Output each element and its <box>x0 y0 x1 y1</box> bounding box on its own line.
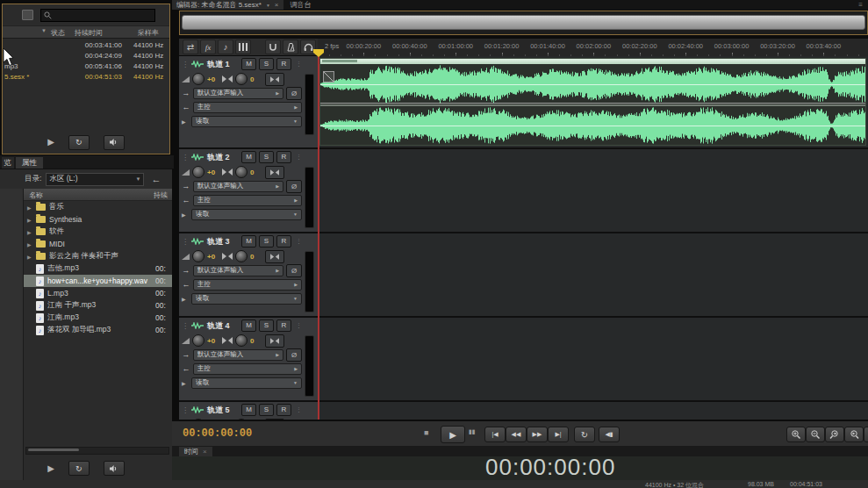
volume-knob[interactable] <box>192 166 204 178</box>
fade-in-handle[interactable] <box>323 71 334 83</box>
pan-value[interactable]: 0 <box>250 169 262 176</box>
stereo-mode-button[interactable] <box>265 166 284 179</box>
panel-menu-icon[interactable]: ≡ <box>858 1 863 9</box>
zoom-in-button[interactable] <box>786 427 806 442</box>
track-lane-5[interactable] <box>318 402 868 420</box>
skip-to-end-button[interactable]: ▶| <box>548 427 569 442</box>
track-lanes[interactable] <box>318 56 868 420</box>
input-selector[interactable]: 默认立体声输入 ▶ <box>193 88 283 99</box>
solo-button[interactable]: S <box>259 404 274 416</box>
input-selector[interactable]: 默认立体声输入 ▶ <box>193 181 283 192</box>
twisty-icon[interactable]: ▶ <box>27 229 32 235</box>
drive-tree[interactable] <box>0 189 24 481</box>
automation-mode-selector[interactable]: 读取 ▼ <box>191 116 302 127</box>
file-row[interactable]: 5.sesx * 00:04:51:03 44100 Hz <box>3 72 169 83</box>
tab-mixer[interactable]: 调音台 <box>283 0 319 10</box>
volume-value[interactable]: +0 <box>207 337 219 345</box>
media-row[interactable]: ▶ ♪ 音乐 <box>24 201 172 213</box>
pan-knob[interactable] <box>235 166 247 178</box>
directory-dropdown[interactable]: 水区 (L:) ▼ <box>46 173 144 186</box>
media-column-headers[interactable]: 名称 持续 <box>24 189 172 201</box>
volume-value[interactable]: +0 <box>207 253 219 261</box>
drag-handle-icon[interactable]: ⋮ <box>182 154 189 161</box>
tab-media-browser[interactable]: 览 <box>2 157 14 169</box>
pan-value[interactable]: 0 <box>250 337 262 345</box>
automation-caret-icon[interactable]: ▶ <box>182 296 189 302</box>
zoom-navigator[interactable] <box>179 11 868 35</box>
skip-cursor-button[interactable]: ◀▮ <box>599 427 620 442</box>
automation-caret-icon[interactable]: ▶ <box>182 380 189 386</box>
chevron-down-icon[interactable]: ▼ <box>266 3 270 8</box>
track-options-icon[interactable]: ⋮ <box>296 406 302 413</box>
media-row[interactable]: ▶ ♪ 软件 <box>24 226 172 238</box>
mute-button[interactable]: M <box>241 151 256 163</box>
volume-value[interactable]: +0 <box>207 169 219 176</box>
up-directory-icon[interactable]: ← <box>151 174 161 184</box>
automation-mode-selector[interactable]: 读取 ▼ <box>191 293 302 305</box>
effects-rack-icon[interactable]: fx <box>200 39 216 54</box>
drag-handle-icon[interactable]: ⋮ <box>182 406 189 414</box>
zoom-out-button[interactable] <box>806 427 825 442</box>
automation-mode-selector[interactable]: 读取 ▼ <box>191 209 302 220</box>
pan-knob[interactable] <box>235 73 247 85</box>
search-input[interactable] <box>54 11 154 20</box>
horizontal-scrollbar[interactable] <box>25 447 169 455</box>
close-icon[interactable]: × <box>275 1 279 9</box>
tab-editor[interactable]: 编辑器: 未命名混音 5.sesx* ▼ × <box>172 0 283 10</box>
audio-clip[interactable] <box>319 58 866 146</box>
track-options-icon[interactable]: ⋮ <box>296 322 302 329</box>
track-lane-2[interactable] <box>318 149 868 232</box>
volume-knob[interactable] <box>192 250 204 262</box>
pan-knob[interactable] <box>235 334 247 347</box>
monitor-input-button[interactable]: Ø <box>286 264 302 277</box>
tab-time[interactable]: 时间 × <box>179 447 212 456</box>
stereo-mode-button[interactable] <box>265 250 284 263</box>
loop-preview-button[interactable]: ↻ <box>68 461 90 476</box>
track-options-icon[interactable]: ⋮ <box>296 61 302 68</box>
input-selector[interactable]: 默认立体声输入 ▶ <box>193 349 283 361</box>
pan-knob[interactable] <box>235 250 247 262</box>
scrollbar-thumb[interactable] <box>28 449 79 451</box>
volume-knob[interactable] <box>192 334 204 347</box>
file-row[interactable]: 00:03:41:00 44100 Hz <box>3 40 169 51</box>
track-name[interactable]: 轨道 4 <box>207 320 230 332</box>
output-selector[interactable]: 主控 ▶ <box>193 363 302 375</box>
column-duration[interactable]: 持续 <box>154 190 171 200</box>
track-lane-3[interactable] <box>318 233 868 316</box>
loop-playback-button[interactable]: ↻ <box>574 427 595 442</box>
solo-button[interactable]: S <box>259 151 274 163</box>
monitor-input-button[interactable]: Ø <box>286 348 302 362</box>
playhead-time-readout[interactable]: 00:00:00:00 <box>183 427 252 440</box>
monitor-input-button[interactable]: Ø <box>286 87 302 100</box>
arm-record-button[interactable]: R <box>276 319 291 332</box>
mute-button[interactable]: M <box>241 58 256 70</box>
stereo-mode-button[interactable] <box>265 73 284 86</box>
automation-caret-icon[interactable]: ▶ <box>182 212 189 218</box>
media-row[interactable]: ▶ ♪ 江南.mp3 00: <box>24 312 172 324</box>
play-button[interactable]: ▶ <box>441 426 465 443</box>
mute-button[interactable]: M <box>241 319 256 332</box>
tab-properties[interactable]: 属性 <box>16 157 43 169</box>
fast-forward-button[interactable]: ▶▶ <box>527 427 548 442</box>
media-row[interactable]: ▶ ♪ L.mp3 00: <box>24 287 172 299</box>
twisty-icon[interactable]: ▶ <box>27 254 32 260</box>
track-lane-1[interactable] <box>318 56 868 147</box>
files-column-headers[interactable]: ▼ 状态 持续时间 采样率 <box>3 25 169 39</box>
rewind-button[interactable]: ◀◀ <box>506 427 527 442</box>
monitor-input-button[interactable]: Ø <box>286 180 302 193</box>
mute-button[interactable]: M <box>241 404 256 416</box>
import-icon[interactable] <box>22 10 33 20</box>
pause-button[interactable]: ▮▮ <box>469 428 476 435</box>
file-row[interactable]: 00:04:24:09 44100 Hz <box>3 51 169 61</box>
zoom-in-left-edge-button[interactable] <box>825 427 844 442</box>
navigator-range-bar[interactable] <box>182 15 865 30</box>
arm-record-button[interactable]: R <box>276 151 291 163</box>
media-row[interactable]: ▶ ♪ 江南 干声.mp3 00: <box>24 299 172 312</box>
automation-caret-icon[interactable]: ▶ <box>182 118 189 125</box>
stereo-mode-button[interactable] <box>265 334 284 348</box>
column-duration[interactable]: 持续时间 <box>75 28 103 38</box>
drag-handle-icon[interactable]: ⋮ <box>182 61 189 68</box>
output-selector[interactable]: 主控 ▶ <box>193 279 302 291</box>
media-row[interactable]: ▶ ♪ 吉他.mp3 00: <box>24 262 172 275</box>
media-row[interactable]: ▶ ♪ how+can...ke+you+happy.wav 00: <box>24 275 172 287</box>
